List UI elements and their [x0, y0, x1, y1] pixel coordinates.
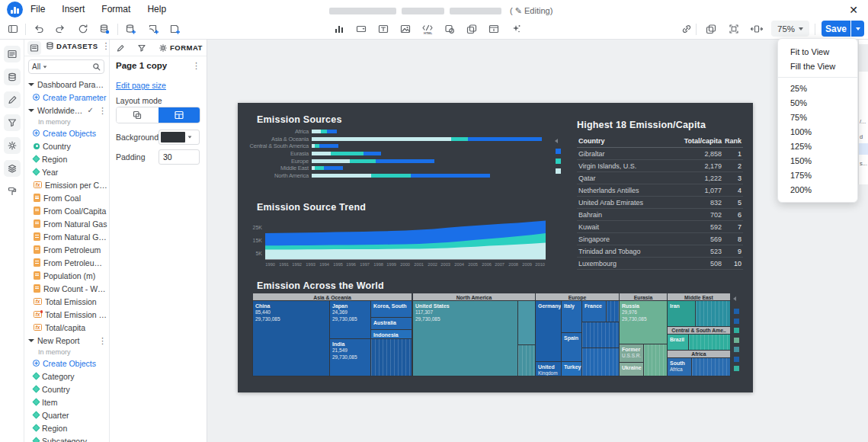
editor-canvas[interactable]: Emission Sources AfricaAsia & OceaniaCen…	[207, 40, 868, 442]
treemap-cell[interactable]: Japan24,36929,730,085	[330, 301, 370, 338]
bar-stack[interactable]	[312, 130, 337, 133]
dataset-field[interactable]: Item	[28, 396, 108, 408]
datasets-panel-icon[interactable]	[4, 69, 21, 85]
legend-swatch[interactable]	[734, 319, 739, 324]
zoom-option[interactable]: 150%	[778, 153, 857, 168]
treemap-cell[interactable]: Brazil	[668, 335, 688, 350]
treemap-cell[interactable]: France	[582, 301, 606, 322]
treemap-cell[interactable]	[371, 339, 412, 376]
bar-stack[interactable]	[312, 174, 490, 178]
settings-tool-icon[interactable]	[4, 137, 21, 154]
page-menu-icon[interactable]: ⋮	[191, 62, 202, 69]
select-region-button[interactable]	[725, 21, 742, 37]
zoom-level-dropdown[interactable]: 75%	[771, 21, 809, 37]
caret-down-icon[interactable]	[28, 83, 34, 86]
edit-tool-icon[interactable]	[4, 91, 21, 108]
legend-swatch[interactable]	[734, 366, 739, 371]
dataset-filter-box[interactable]: All	[28, 59, 104, 74]
copy-page-button[interactable]	[703, 21, 719, 37]
reports-panel-icon[interactable]	[4, 46, 21, 62]
tree-memo[interactable]: In memory	[28, 117, 108, 127]
tree-link[interactable]: +Create Objects	[28, 127, 108, 139]
dataset-field[interactable]: fxEmission per Ca...	[28, 178, 108, 191]
add-dataset-button[interactable]	[122, 21, 139, 37]
emission-table[interactable]: Highest 18 Emission/Capita Country Total…	[577, 120, 743, 270]
treemap-cell[interactable]: Turkey	[562, 362, 581, 376]
scroll-left-icon[interactable]	[555, 139, 558, 143]
treemap-chart[interactable]: Asia & OceaniaChina85,44029,730,085Japan…	[253, 293, 730, 376]
share-link-button[interactable]	[678, 21, 695, 37]
treemap-cell[interactable]	[582, 322, 619, 348]
dataset-field[interactable]: From Coal/Capita	[28, 204, 108, 217]
menu-help[interactable]: Help	[147, 4, 166, 14]
caret-down-icon[interactable]	[28, 339, 34, 342]
insert-chart-button[interactable]	[331, 21, 348, 37]
dataset-field[interactable]: Region	[28, 421, 108, 434]
treemap-cell[interactable]: UnitedKingdom	[536, 362, 561, 376]
treemap-cell[interactable]	[518, 345, 535, 376]
treemap-cell[interactable]	[692, 358, 730, 376]
toggle-sidebar-button[interactable]	[5, 21, 21, 37]
ai-assist-button[interactable]	[508, 21, 524, 37]
item-menu-icon[interactable]: ⋮	[97, 107, 108, 114]
right-panel-selected-row[interactable]	[859, 143, 868, 155]
tree-dataset[interactable]: New Report⋮	[28, 334, 108, 347]
legend-swatch[interactable]	[556, 149, 561, 154]
tab-format[interactable]: FORMAT	[152, 40, 209, 56]
table-row[interactable]: Singapore5698	[577, 233, 743, 245]
layers-tool-icon[interactable]	[4, 160, 21, 177]
bar-chart[interactable]: AfricaAsia & OceaniaCentral & South Amer…	[242, 128, 554, 179]
menu-format[interactable]: Format	[101, 4, 130, 14]
dataset-field[interactable]: From Coal	[28, 191, 108, 204]
right-panel-item[interactable]: /...	[860, 118, 868, 125]
save-button[interactable]: Save	[822, 21, 850, 37]
tab-filter[interactable]	[131, 40, 152, 56]
zoom-option[interactable]: 175%	[778, 168, 857, 182]
caret-down-icon[interactable]	[28, 109, 34, 112]
insert-image-button[interactable]	[397, 21, 414, 37]
treemap-cell[interactable]: China85,44029,730,085	[253, 301, 329, 376]
fit-width-button[interactable]	[748, 21, 765, 37]
tree-group[interactable]: Dashboard Parameters	[28, 78, 108, 91]
tree-dataset[interactable]: Worldwide-CO...✓⋮	[28, 104, 108, 117]
tree-memo[interactable]: In memory	[28, 347, 108, 357]
treemap-cell[interactable]: Iran	[668, 301, 695, 326]
treemap-cell[interactable]	[689, 335, 730, 350]
dataset-field[interactable]: Population (m)	[28, 269, 108, 282]
treemap-cell[interactable]: United States117,30729,730,085	[413, 301, 517, 376]
zoom-option[interactable]: 25%	[778, 77, 857, 95]
right-panel-item[interactable]: s...	[860, 160, 868, 167]
duplicate-widget-button[interactable]	[463, 21, 480, 37]
treemap-cell[interactable]: Germany	[536, 301, 561, 361]
legend-swatch[interactable]	[556, 159, 561, 164]
app-logo-icon[interactable]	[7, 2, 23, 18]
dataset-field[interactable]: Region	[28, 152, 108, 165]
table-row[interactable]: Qatar1,2223	[577, 172, 743, 184]
treemap-cell[interactable]: Korea, South	[371, 301, 412, 317]
filter-tool-icon[interactable]	[4, 114, 21, 131]
zoom-option[interactable]: Fit to View	[778, 44, 857, 59]
zoom-option[interactable]: 200%	[778, 182, 857, 197]
treemap-cell[interactable]: Russia29,97629,730,085	[620, 301, 667, 344]
dataset-field[interactable]: From Natural Gas	[28, 217, 108, 230]
close-icon[interactable]: ✕	[847, 3, 860, 17]
redo-button[interactable]	[52, 21, 69, 37]
dataset-field[interactable]: fxTotal Emission R...	[28, 308, 108, 321]
bar-stack[interactable]	[312, 144, 338, 148]
bar-stack[interactable]	[312, 166, 343, 170]
dataset-field[interactable]: Category	[28, 370, 108, 383]
bar-stack[interactable]	[312, 137, 542, 141]
dataset-field[interactable]: Quarter	[28, 408, 108, 421]
table-row[interactable]: Virgin Islands, U.S.2,1792	[577, 160, 743, 172]
dataset-field[interactable]: Subcategory	[28, 434, 108, 442]
add-snapshot-button[interactable]	[145, 21, 162, 37]
dataset-field[interactable]: Country	[28, 139, 108, 152]
table-row[interactable]: Gibraltar2,8581	[577, 148, 743, 160]
table-row[interactable]: Netherlands Antilles1,0774	[577, 184, 743, 197]
dataset-field[interactable]: Year	[28, 165, 108, 178]
treemap-cell[interactable]: India21,54929,730,085	[330, 339, 370, 376]
dataset-field[interactable]: fxTotal/capita	[28, 321, 108, 334]
dataset-field[interactable]: From Natural Ga...	[28, 230, 108, 243]
dataset-field[interactable]: From Petroleum/...	[28, 256, 108, 269]
dashboard-page[interactable]: Emission Sources AfricaAsia & OceaniaCen…	[238, 103, 753, 392]
